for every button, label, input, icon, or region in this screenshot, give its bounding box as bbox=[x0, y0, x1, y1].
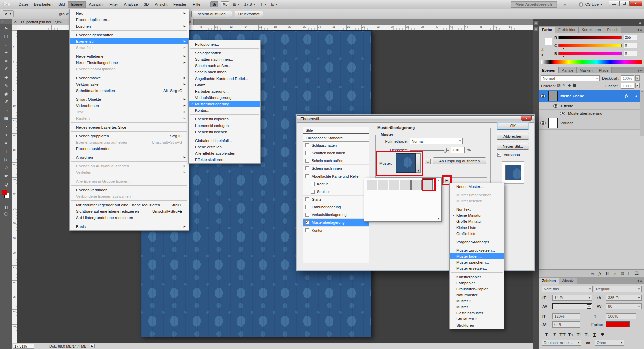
faux-bold-button[interactable]: T bbox=[542, 332, 550, 338]
hand-tool[interactable]: ☛ bbox=[0, 172, 12, 180]
style-row-kontur[interactable]: Kontur bbox=[303, 180, 369, 188]
ebene-menu-item-neue-füllebene[interactable]: Neue Füllebene▶ bbox=[70, 53, 189, 59]
workspace-button[interactable]: Mein Arbeitsbereich bbox=[511, 1, 557, 8]
tab-korrekturen[interactable]: Korrekturen bbox=[579, 27, 604, 33]
layers-opacity-field[interactable]: 100% bbox=[621, 75, 634, 81]
pattern-flyout-item-große-liste[interactable]: Große Liste bbox=[450, 231, 504, 237]
color-spectrum-ramp[interactable] bbox=[541, 60, 642, 64]
ebene-menu-item-ebenen-gruppieren[interactable]: Ebenen gruppierenStrg+G bbox=[70, 133, 189, 139]
tab-ebenen[interactable]: Ebenen bbox=[539, 67, 559, 73]
menu-hilfe[interactable]: Hilfe bbox=[190, 1, 203, 8]
stil-submenu-item-schatten-nach-innen[interactable]: Schatten nach innen... bbox=[189, 56, 260, 62]
layer-mask-icon[interactable]: ◧ bbox=[604, 271, 611, 276]
view-extras-button[interactable]: ▦ ▼ bbox=[232, 2, 240, 7]
pattern-flyout-item-muster[interactable]: Muster bbox=[450, 304, 504, 310]
style-row-schein-nach-innen[interactable]: Schein nach innen bbox=[303, 165, 369, 172]
new-style-button[interactable]: Neuer Stil... bbox=[497, 143, 529, 150]
move-tool[interactable]: ➤ bbox=[0, 24, 12, 32]
pattern-flyout-item-künstlerpapier[interactable]: Künstlerpapier bbox=[450, 274, 504, 280]
ebene-menu-item-ebenenstil[interactable]: Ebenenstil▶ bbox=[70, 38, 189, 44]
fill-spinner[interactable]: ▶ bbox=[635, 83, 640, 88]
zoom-tool[interactable]: Q bbox=[0, 180, 12, 189]
layer-style-icon[interactable]: fx bbox=[596, 271, 604, 276]
pattern-flyout-item-strukturen-2[interactable]: Strukturen 2 bbox=[450, 316, 504, 322]
ebene-menu-item-schnittmaske-erstellen[interactable]: Schnittmaske erstellenAlt+Strg+G bbox=[70, 87, 189, 94]
horizontal-scale-field[interactable]: 100% bbox=[606, 313, 636, 319]
brush-tool[interactable]: ✎ bbox=[0, 82, 12, 90]
ebene-menu-item-neues-ebenenbasiertes-slice[interactable]: Neues ebenenbasiertes Slice bbox=[70, 124, 189, 130]
channel-slider-b[interactable] bbox=[558, 52, 622, 55]
menu-bearbeiten[interactable]: Bearbeiten bbox=[31, 1, 56, 8]
checkbox-icon[interactable] bbox=[305, 174, 309, 178]
ebene-menu-item-ebene-duplizieren[interactable]: Ebene duplizieren... bbox=[70, 16, 189, 23]
ebene-menu-item-löschen[interactable]: Löschen▶ bbox=[70, 23, 189, 29]
layer-row-meine-ebene[interactable]: Meine Ebenefx▴ bbox=[539, 90, 640, 102]
style-row-schlagschatten[interactable]: Schlagschatten bbox=[303, 142, 369, 149]
ebene-menu-item-videoebenen[interactable]: Videoebenen▶ bbox=[70, 102, 189, 109]
menu-3d[interactable]: 3D bbox=[141, 1, 152, 8]
style-row-abgeflachte-kante-und-relief[interactable]: Abgeflachte Kante und Relief bbox=[303, 172, 369, 180]
launch-bridge-button[interactable]: Br bbox=[210, 1, 218, 7]
history-panel-icon[interactable]: ▤ bbox=[534, 20, 538, 25]
checkbox-icon[interactable] bbox=[305, 143, 309, 147]
delete-layer-icon[interactable]: ⌦ bbox=[633, 271, 641, 276]
visibility-eye-icon[interactable] bbox=[540, 94, 546, 98]
fit-screen-button[interactable]: schirm ausfüllen bbox=[191, 11, 232, 17]
ebene-menu-item-vektormaske[interactable]: Vektormaske▶ bbox=[70, 81, 189, 87]
stil-submenu-item-schlagschatten[interactable]: Schlagschatten... bbox=[189, 50, 260, 56]
status-zoom-field[interactable]: 17,81% bbox=[13, 344, 34, 349]
layer-thumbnail[interactable] bbox=[548, 91, 558, 101]
tab-kanäle[interactable]: Kanäle bbox=[559, 67, 577, 73]
eyedropper-tool[interactable]: ✐ bbox=[0, 65, 12, 73]
pattern-flyout-item-muster-ersetzen[interactable]: Muster ersetzen... bbox=[450, 265, 504, 271]
collapse-effects-icon[interactable]: ▴ bbox=[635, 94, 637, 97]
ruler-origin-corner[interactable] bbox=[12, 25, 17, 30]
marquee-tool[interactable]: ▢ bbox=[0, 32, 12, 41]
text-color-swatch[interactable] bbox=[606, 321, 630, 327]
subscript-button[interactable]: T₁ bbox=[583, 332, 591, 338]
stil-submenu-item-glanz[interactable]: Glanz... bbox=[189, 82, 260, 88]
history-brush-tool[interactable]: ↺ bbox=[0, 98, 12, 106]
leading-select[interactable]: 335 Pt ▼ bbox=[606, 295, 642, 301]
workspace-overflow-icon[interactable]: » bbox=[563, 2, 566, 7]
layer-thumbnail[interactable] bbox=[548, 118, 558, 128]
tab-pinsel[interactable]: Pinsel bbox=[604, 27, 621, 33]
status-options-button[interactable]: ▶ bbox=[90, 344, 95, 348]
style-row-kontur[interactable]: Kontur bbox=[303, 227, 369, 234]
pattern-flyout-item-neues-muster[interactable]: Neues Muster... bbox=[450, 184, 504, 190]
tools-panel-collapse-button[interactable]: » bbox=[0, 19, 12, 24]
snap-to-origin-button[interactable]: An Ursprung ausrichten bbox=[433, 157, 486, 164]
color-panel-menu-icon[interactable]: ▼≡ bbox=[635, 27, 644, 33]
menu-filter[interactable]: Filter bbox=[106, 1, 121, 8]
channel-slider-knob[interactable]: ▲ bbox=[562, 47, 565, 49]
blending-options-row[interactable]: Fülloptionen: Standard bbox=[303, 134, 369, 142]
gradient-tool[interactable]: ▩ bbox=[0, 114, 12, 123]
blue-damask-pattern[interactable] bbox=[411, 180, 422, 190]
channel-slider-r[interactable] bbox=[558, 36, 622, 39]
foreground-color-swatch[interactable] bbox=[542, 35, 549, 42]
preview-checkbox[interactable]: Vorschau bbox=[497, 153, 520, 157]
baseline-shift-field[interactable]: 0 Pt bbox=[552, 321, 580, 328]
ok-button[interactable]: OK bbox=[497, 122, 529, 130]
stil-submenu-item-farbüberlagerung[interactable]: Farbüberlagerung... bbox=[189, 88, 260, 94]
channel-value-r[interactable]: 255 bbox=[624, 35, 637, 40]
pattern-flyout-item-muster-laden[interactable]: Muster laden... bbox=[450, 253, 504, 259]
info-panel-icon[interactable]: ◈ bbox=[534, 27, 538, 31]
eraser-tool[interactable]: ▱ bbox=[0, 106, 12, 114]
menu-ansicht[interactable]: Ansicht bbox=[152, 1, 170, 8]
restore-button[interactable] bbox=[619, 1, 629, 6]
checkbox-icon[interactable] bbox=[311, 182, 315, 186]
lock-all-icon[interactable] bbox=[573, 84, 576, 87]
new-pattern-icon[interactable]: ❏ bbox=[425, 159, 431, 164]
shape-tool[interactable]: ◇ bbox=[0, 164, 12, 172]
tab-farbe[interactable]: Farbe bbox=[539, 27, 555, 33]
type-tool[interactable]: T bbox=[0, 147, 12, 156]
cancel-button[interactable]: Abbrechen bbox=[497, 133, 529, 140]
path-selection-tool[interactable]: ▷ bbox=[0, 155, 12, 164]
menu-ebene[interactable]: Ebene bbox=[68, 1, 86, 8]
vertical-ruler[interactable]: 0246810121416182022242628303234363840 bbox=[12, 30, 17, 343]
lock-pixels-icon[interactable]: ✎ bbox=[561, 83, 567, 88]
channel-slider-knob[interactable]: ▲ bbox=[562, 55, 565, 57]
pen-tool[interactable]: ✒ bbox=[0, 139, 12, 147]
channel-slider-g[interactable] bbox=[558, 44, 622, 47]
